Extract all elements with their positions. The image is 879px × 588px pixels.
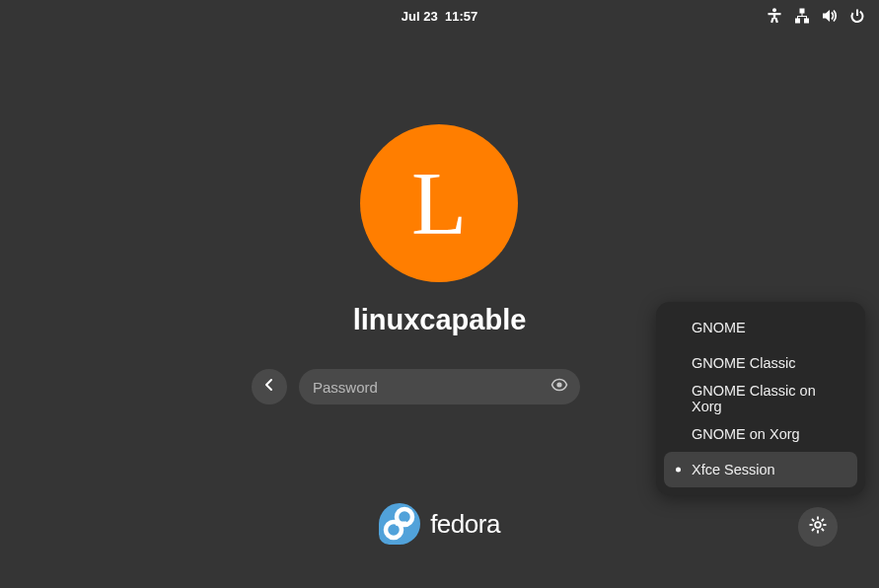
svg-point-0 (772, 8, 776, 12)
session-item-label: Xfce Session (692, 462, 775, 478)
session-item-label: GNOME on Xorg (692, 426, 800, 442)
top-bar: Jul 23 11:57 (0, 0, 879, 32)
svg-point-14 (556, 382, 561, 387)
password-row: Password (252, 369, 580, 404)
distro-name: fedora (430, 509, 500, 540)
system-tray (767, 0, 865, 32)
accessibility-icon[interactable] (767, 8, 782, 24)
volume-icon[interactable] (822, 8, 838, 24)
svg-rect-5 (800, 9, 805, 14)
svg-rect-4 (774, 18, 778, 23)
session-item-gnome[interactable]: GNOME (664, 310, 857, 345)
reveal-password-button[interactable] (550, 376, 568, 398)
svg-rect-25 (396, 522, 406, 526)
power-icon[interactable] (849, 8, 865, 24)
time-label: 11:57 (445, 9, 477, 24)
fedora-mark-icon (379, 503, 420, 545)
session-item-gnome-classic[interactable]: GNOME Classic (664, 345, 857, 381)
svg-rect-6 (795, 19, 800, 24)
session-item-gnome-classic-xorg[interactable]: GNOME Classic on Xorg (664, 381, 857, 416)
session-item-label: GNOME Classic on Xorg (692, 383, 845, 414)
password-input[interactable]: Password (299, 369, 580, 404)
distro-logo: fedora (0, 503, 879, 545)
svg-rect-2 (773, 13, 775, 19)
date-label: Jul 23 (402, 9, 438, 24)
svg-rect-9 (797, 16, 807, 17)
avatar: L (360, 124, 518, 282)
network-icon[interactable] (794, 8, 810, 24)
svg-rect-11 (806, 16, 807, 19)
session-item-xfce[interactable]: Xfce Session (664, 452, 857, 487)
session-item-label: GNOME Classic (692, 355, 796, 371)
chevron-left-icon (261, 377, 277, 397)
back-button[interactable] (252, 369, 287, 404)
password-placeholder: Password (313, 379, 378, 396)
clock[interactable]: Jul 23 11:57 (402, 9, 477, 24)
session-menu: GNOME GNOME Classic GNOME Classic on Xor… (656, 302, 865, 495)
session-item-gnome-xorg[interactable]: GNOME on Xorg (664, 416, 857, 452)
svg-rect-8 (802, 13, 803, 17)
svg-rect-10 (797, 16, 798, 19)
svg-rect-7 (804, 19, 809, 24)
session-item-label: GNOME (692, 320, 746, 335)
svg-rect-3 (770, 18, 774, 23)
avatar-initial: L (411, 151, 467, 256)
eye-icon (550, 380, 568, 397)
